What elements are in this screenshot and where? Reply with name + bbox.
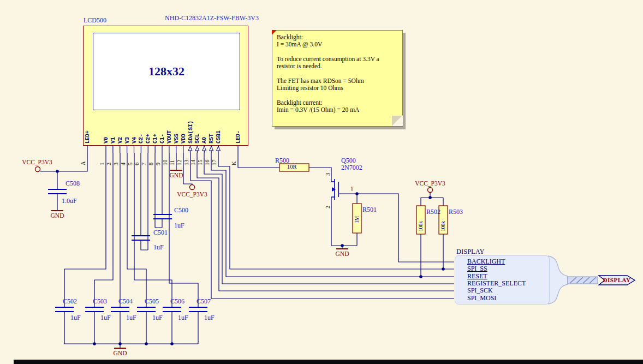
note-corner-marker-icon bbox=[272, 30, 277, 35]
lcd-pin-number: 9 bbox=[155, 163, 161, 165]
pin-input-arrow-icon bbox=[203, 146, 206, 151]
junction-dot bbox=[170, 342, 174, 345]
vcc-label-left[interactable]: VCC_P3V3 bbox=[15, 159, 59, 165]
lcd-pin-number: K bbox=[231, 161, 237, 165]
cap-designator[interactable]: C504 bbox=[118, 297, 133, 306]
vcc-label-vdd[interactable]: VCC_P3V3 bbox=[175, 191, 210, 198]
lcd-pin-number: A bbox=[80, 161, 86, 165]
cap-value[interactable]: 1uF bbox=[178, 314, 188, 322]
lcd-pin-name: C2- bbox=[138, 134, 144, 144]
lcd-pin-name: SDA(SI) bbox=[188, 121, 194, 144]
junction-dot bbox=[419, 275, 422, 278]
cap-value[interactable]: 1uF bbox=[204, 314, 215, 322]
pin-input-arrow-icon bbox=[210, 146, 213, 151]
junction-dot bbox=[341, 244, 344, 247]
gnd-label-fet[interactable]: GND bbox=[331, 250, 353, 257]
mosfet-q500-symbol[interactable] bbox=[331, 179, 338, 200]
lcd-pin-number: 4 bbox=[120, 163, 126, 165]
cap-designator[interactable]: C505 bbox=[145, 297, 159, 306]
lcd-pin-name: C1- bbox=[159, 134, 165, 144]
lcd-pin-name: LED+ bbox=[85, 130, 91, 144]
c500-designator[interactable]: C500 bbox=[174, 206, 188, 214]
lcd-pin-number: 14 bbox=[190, 160, 196, 166]
c500-value[interactable]: 1uF bbox=[174, 222, 184, 230]
lcd-pin-number: 7 bbox=[141, 163, 147, 165]
gnd-label-bottom[interactable]: GND bbox=[109, 350, 131, 356]
q500-part[interactable]: 2N7002 bbox=[341, 164, 362, 172]
c508-value[interactable]: 1.0uF bbox=[62, 197, 77, 205]
lcd-pin-name: C2+ bbox=[145, 134, 151, 144]
vcc-port-circles[interactable] bbox=[35, 167, 433, 193]
harness-title[interactable]: DISPLAY bbox=[456, 248, 485, 256]
pin-input-arrow-icon bbox=[217, 146, 221, 151]
q500-pin3-label: 3 bbox=[325, 173, 331, 176]
r502-value[interactable]: 100k bbox=[418, 221, 424, 231]
lcd-pin-number: 11 bbox=[169, 160, 175, 165]
lcd-pin-number: 16 bbox=[204, 160, 210, 166]
pin-input-arrow-icon bbox=[188, 146, 192, 151]
lcd-pin-number: 1 bbox=[99, 163, 105, 165]
lcd-pin-number: 12 bbox=[176, 160, 182, 166]
r502-designator[interactable]: R502 bbox=[426, 208, 440, 216]
cap-value[interactable]: 1uF bbox=[126, 314, 136, 322]
display-port-label[interactable]: DISPLAY bbox=[603, 277, 631, 283]
harness-funnel bbox=[549, 256, 568, 304]
lcd-resolution-text: 128x32 bbox=[148, 64, 184, 79]
r500-value[interactable]: 10R bbox=[287, 164, 297, 170]
c501-designator[interactable]: C501 bbox=[153, 229, 168, 237]
cap-designator[interactable]: C506 bbox=[170, 297, 184, 306]
r501-value[interactable]: 1M bbox=[354, 216, 360, 223]
r503-value[interactable]: 100k bbox=[440, 221, 446, 231]
q500-pin2-label: 2 bbox=[325, 206, 331, 208]
cap-designator[interactable]: C502 bbox=[63, 297, 77, 306]
lcd-pin-name: V4 bbox=[132, 137, 138, 144]
lcd-pin-name: CSB1 bbox=[216, 130, 222, 144]
lcd-pin-name: V1 bbox=[110, 137, 116, 144]
cap-value[interactable]: 1uF bbox=[70, 314, 81, 322]
junction-dot bbox=[56, 170, 59, 173]
lcd-pin-name: SCL bbox=[194, 134, 200, 144]
lcd-part-number[interactable]: NHD-C12832A1Z-FSW-FBW-3V3 bbox=[165, 14, 259, 22]
lcd-pin-number: 6 bbox=[134, 163, 140, 165]
lcd-pin-number: 13 bbox=[183, 160, 189, 166]
junction-dot bbox=[442, 267, 445, 271]
q500-pin1-label: 1 bbox=[350, 186, 353, 192]
bottom-edge-bar bbox=[14, 360, 643, 364]
lcd-pin-number: 3 bbox=[113, 163, 119, 165]
cap-value[interactable]: 1uF bbox=[100, 314, 111, 322]
junction-dot bbox=[93, 342, 96, 345]
lcd-pin-name: C1+ bbox=[152, 134, 158, 144]
lcd-pin-number: 10 bbox=[162, 160, 168, 166]
junction-dot bbox=[145, 342, 148, 345]
pin-input-arrow-icon bbox=[195, 146, 199, 151]
lcd-pin-number: 17 bbox=[211, 160, 217, 166]
cap-designator[interactable]: C503 bbox=[93, 297, 107, 306]
lcd-pin-name: RST bbox=[209, 134, 215, 144]
schematic-sheet: 128x32 LCD500 NHD-C12832A1Z-FSW-FBW-3V3 … bbox=[0, 0, 643, 364]
cap-designator[interactable]: C507 bbox=[197, 297, 211, 306]
vcc-label-pullups[interactable]: VCC_P3V3 bbox=[411, 180, 449, 187]
lcd-designator[interactable]: LCD500 bbox=[84, 16, 106, 25]
c501-value[interactable]: 1uF bbox=[153, 243, 164, 252]
lcd-pin-number: 8 bbox=[148, 163, 154, 165]
junction-dot bbox=[118, 342, 122, 345]
c508-designator[interactable]: C508 bbox=[66, 180, 80, 188]
lcd-display-area: 128x32 bbox=[93, 33, 240, 110]
lcd-pin-graphics[interactable] bbox=[87, 146, 238, 153]
design-note[interactable]: Backlight: I = 30mA @ 3.0V To reduce cur… bbox=[272, 30, 403, 127]
gnd-label-vss[interactable]: GND bbox=[165, 172, 187, 178]
lcd-pin-name: LED- bbox=[235, 130, 241, 144]
harness-signal-spi_ss[interactable]: SPI_SS bbox=[467, 265, 487, 273]
cap-value[interactable]: 1uF bbox=[152, 314, 163, 322]
lcd-pin-number: 2 bbox=[106, 163, 112, 165]
lcd-pin-name: V2 bbox=[117, 137, 123, 144]
r503-designator[interactable]: R503 bbox=[449, 208, 463, 216]
harness-signal-spi_mosi[interactable]: SPI_MOSI bbox=[467, 294, 496, 302]
r501-designator[interactable]: R501 bbox=[362, 206, 377, 214]
harness-signal-spi_sck[interactable]: SPI_SCK bbox=[467, 287, 493, 295]
junction-dots bbox=[56, 170, 445, 345]
lcd-pin-name: VSS bbox=[174, 134, 180, 144]
lcd-pin-number: 5 bbox=[127, 163, 133, 165]
lcd-pin-name: VDD bbox=[181, 134, 187, 144]
gnd-label-left[interactable]: GND bbox=[46, 212, 68, 219]
